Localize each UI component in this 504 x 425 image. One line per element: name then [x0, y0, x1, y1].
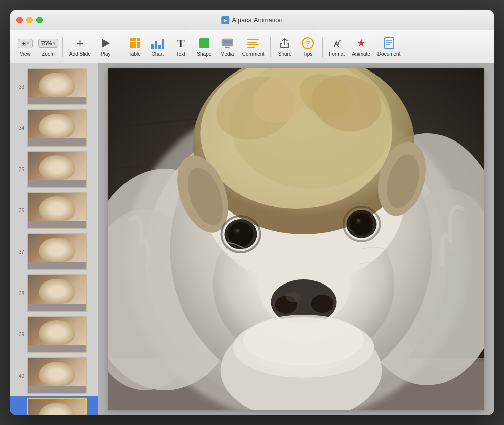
view-btn[interactable]: ⊞ ▾ — [18, 39, 33, 48]
svg-rect-3 — [225, 47, 230, 48]
zoom-btn[interactable]: 75% ▾ — [38, 39, 58, 48]
slide-item[interactable]: 35 — [10, 149, 98, 190]
slide-number: 38 — [13, 291, 24, 296]
svg-rect-5 — [385, 38, 394, 49]
share-toolbar-item[interactable]: Share — [274, 33, 296, 60]
slide-thumbnail[interactable] — [27, 233, 87, 270]
share-svg-icon — [279, 38, 290, 49]
window-title: ▶ Alpaca Animation — [221, 16, 282, 24]
media-label: Media — [220, 51, 234, 57]
comment-toolbar-item[interactable]: Comment — [239, 33, 267, 60]
tips-label: Tips — [303, 51, 313, 57]
slide-thumbnail-active[interactable] — [27, 398, 87, 415]
slide-item[interactable]: 37 — [10, 231, 98, 272]
comment-lines-icon — [247, 39, 259, 48]
svg-point-50 — [311, 295, 334, 313]
chart-label: Chart — [152, 51, 164, 57]
chart-toolbar-item[interactable]: Chart — [147, 33, 169, 60]
text-toolbar-item[interactable]: T Text — [170, 33, 192, 60]
media-icon — [220, 36, 234, 50]
slide-item[interactable]: 34 — [10, 107, 98, 149]
slide-thumbnail[interactable] — [27, 68, 87, 105]
play-triangle — [102, 39, 110, 48]
format-toolbar-item[interactable]: Format — [326, 33, 348, 60]
share-label: Share — [278, 51, 292, 57]
title-bar: ▶ Alpaca Animation — [10, 10, 494, 30]
zoom-value: 75% — [41, 40, 52, 46]
main-content: 33 34 35 36 — [10, 63, 494, 415]
play-label: Play — [101, 51, 110, 57]
table-toolbar-item[interactable]: Table — [123, 33, 146, 60]
svg-point-51 — [286, 292, 301, 302]
alpaca-thumb-41 — [28, 399, 86, 415]
shape-toolbar-item[interactable]: Shape — [193, 33, 215, 60]
separator-4 — [322, 37, 323, 57]
alpaca-thumb-35 — [28, 152, 86, 187]
slide-thumbnail[interactable] — [27, 357, 87, 394]
slide-number-active: 41 — [13, 414, 24, 415]
alpaca-thumb-33 — [28, 69, 86, 104]
close-button[interactable] — [16, 17, 23, 23]
zoom-toolbar-item[interactable]: 75% ▾ Zoom — [37, 33, 59, 60]
slide-thumbnail[interactable] — [27, 274, 87, 312]
document-svg-icon — [384, 37, 394, 49]
slide-number: 37 — [13, 249, 24, 255]
slide-number: 34 — [13, 125, 24, 131]
slide-number: 35 — [13, 167, 24, 172]
add-slide-label: Add Slide — [69, 51, 91, 57]
animate-label: Animate — [352, 51, 370, 57]
slide-thumbnail[interactable] — [27, 109, 87, 147]
zoom-icon: 75% ▾ — [41, 36, 55, 50]
document-icon — [382, 36, 396, 50]
slide-item[interactable]: 38 — [10, 272, 98, 314]
slide-thumbnail[interactable] — [27, 192, 87, 229]
animate-svg-icon — [356, 38, 367, 49]
slide-canvas[interactable] — [108, 68, 484, 410]
toolbar: ⊞ ▾ View 75% ▾ Zoom + Add Slide — [10, 30, 494, 63]
slide-item[interactable]: 36 — [10, 190, 98, 231]
shape-icon — [197, 36, 211, 50]
media-toolbar-item[interactable]: Media — [216, 33, 238, 60]
separator-3 — [270, 37, 271, 57]
share-icon — [278, 36, 292, 50]
view-label: View — [20, 51, 31, 57]
view-icon: ⊞ ▾ — [18, 36, 32, 50]
slide-item[interactable]: 33 — [10, 66, 98, 107]
text-label: Text — [176, 51, 185, 57]
alpaca-thumb-38 — [28, 275, 86, 311]
comment-label: Comment — [242, 51, 264, 57]
format-icon — [330, 36, 344, 50]
separator-2 — [120, 37, 120, 57]
animate-toolbar-item[interactable]: Animate — [349, 33, 373, 60]
view-toolbar-item[interactable]: ⊞ ▾ View — [14, 33, 36, 60]
slide-number: 40 — [13, 373, 24, 379]
table-grid-icon — [130, 38, 140, 48]
document-toolbar-item[interactable]: Document — [374, 33, 404, 60]
title-icon: ▶ — [221, 16, 229, 24]
alpaca-thumb-40 — [28, 358, 86, 393]
svg-point-53 — [243, 315, 364, 365]
slide-item[interactable]: 39 — [10, 314, 98, 355]
comment-icon — [246, 36, 260, 50]
add-slide-toolbar-item[interactable]: + Add Slide — [66, 33, 94, 60]
slide-thumbnail[interactable] — [27, 151, 87, 188]
shape-square-icon — [199, 38, 209, 48]
add-slide-icon: + — [73, 36, 87, 50]
svg-rect-2 — [223, 45, 232, 46]
tips-toolbar-item[interactable]: ? Tips — [297, 33, 319, 60]
slide-item[interactable]: 40 — [10, 355, 98, 396]
svg-rect-1 — [223, 40, 232, 44]
alpaca-thumb-34 — [28, 110, 86, 146]
slide-number: 39 — [13, 332, 24, 337]
app-window: ▶ Alpaca Animation ⊞ ▾ View 75% ▾ Zo — [10, 10, 494, 415]
slide-item-active[interactable]: 41 — [10, 396, 98, 415]
zoom-label: Zoom — [42, 51, 55, 57]
alpaca-thumb-39 — [28, 317, 86, 352]
slide-panel[interactable]: 33 34 35 36 — [10, 63, 98, 415]
slide-thumbnail[interactable] — [27, 316, 87, 353]
svg-point-45 — [357, 219, 360, 222]
play-toolbar-item[interactable]: Play — [95, 33, 117, 60]
minimize-button[interactable] — [26, 17, 33, 23]
maximize-button[interactable] — [36, 17, 43, 23]
alpaca-main-image — [108, 68, 484, 410]
